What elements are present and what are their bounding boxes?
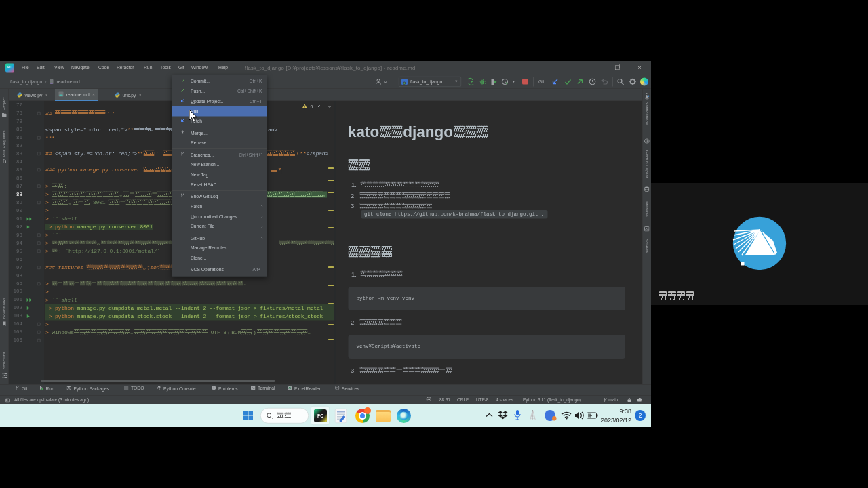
svg-text:MD: MD (60, 95, 62, 96)
